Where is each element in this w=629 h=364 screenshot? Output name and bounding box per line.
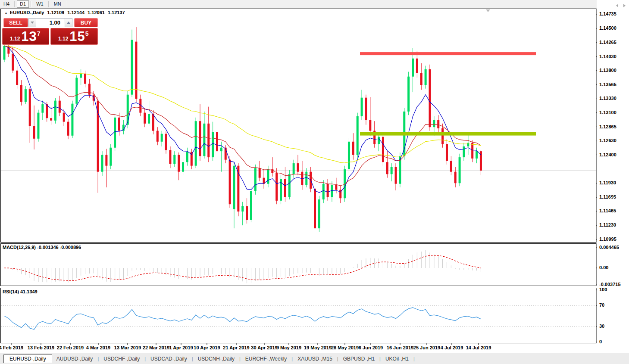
price-axis-label: 1.14735 xyxy=(599,11,616,16)
macd-axis-label: 0.00 xyxy=(599,265,608,270)
price-axis: 1.147351.145001.142651.140301.138001.135… xyxy=(597,0,629,352)
date-axis-label: 10 Apr 2019 xyxy=(194,345,220,350)
ohlc-open: 1.12109 xyxy=(47,10,64,15)
price-axis-label: 1.13100 xyxy=(599,110,616,115)
tab-separator: | xyxy=(337,356,338,361)
price-axis-label: 1.11930 xyxy=(599,180,616,185)
price-axis-label: 1.11695 xyxy=(599,194,616,199)
rsi-axis-label: 70 xyxy=(599,302,604,308)
buy-button[interactable]: BUY xyxy=(74,18,98,27)
date-axis-label: 4 Feb 2019 xyxy=(0,345,23,350)
rsi-indicator-label: RSI(14) 41.1349 xyxy=(3,289,38,294)
price-axis-label: 1.14265 xyxy=(599,40,616,45)
chart-canvas[interactable] xyxy=(0,0,629,364)
price-axis-label: 1.14500 xyxy=(599,25,616,31)
price-axis-label: 1.11230 xyxy=(599,222,616,227)
chart-tab-audusd[interactable]: AUDUSD-,Daily xyxy=(52,355,97,363)
price-axis-label: 1.11465 xyxy=(599,208,616,213)
collapse-triangle-icon[interactable]: ▲ xyxy=(4,11,8,15)
tab-separator: | xyxy=(144,356,146,361)
price-axis-label: 1.13565 xyxy=(599,82,616,87)
price-axis-label: 1.12400 xyxy=(599,152,616,157)
price-axis-label: 1.12630 xyxy=(599,138,616,143)
macd-axis-label: 0.004465 xyxy=(599,245,619,250)
sell-button[interactable]: SELL xyxy=(3,18,28,27)
date-axis-label: 28 May 2019 xyxy=(331,345,359,350)
date-axis-label: 22 Feb 2019 xyxy=(57,345,84,350)
chart-tab-usdcad[interactable]: USDCAD-,Daily xyxy=(146,355,191,363)
buy-price-panel[interactable]: 1.12 15 5 xyxy=(50,28,98,45)
macd-axis-label: -0.003715 xyxy=(599,282,621,287)
tab-scroll-right-icon[interactable] xyxy=(623,4,626,7)
arrow-down-icon xyxy=(31,22,34,24)
date-axis-label: 16 Jun 2019 xyxy=(387,345,413,350)
chart-tab-usdchf[interactable]: USDCHF-,Daily xyxy=(99,355,144,363)
date-axis-label: 13 Mar 2019 xyxy=(114,345,141,350)
buy-price-big: 15 xyxy=(69,29,85,44)
chart-tab-usdcnh[interactable]: USDCNH-,Daily xyxy=(194,355,239,363)
macd-indicator-label: MACD(12,26,9) -0.001346 -0.000896 xyxy=(3,245,81,250)
tab-separator: | xyxy=(97,356,99,361)
tab-separator: | xyxy=(291,356,293,361)
tab-scroll-left-icon[interactable] xyxy=(616,4,618,7)
date-axis-label: 13 Feb 2019 xyxy=(28,345,54,350)
chart-tab-ukoil[interactable]: UKOil-,H1 xyxy=(381,355,413,363)
date-axis-label: 4 Mar 2019 xyxy=(86,345,110,350)
volume-decrease-button[interactable] xyxy=(28,18,36,27)
date-axis-label: 25 Jun 2019 xyxy=(413,345,440,350)
sell-price-panel[interactable]: 1.12 13 7 xyxy=(2,28,49,45)
arrow-up-icon xyxy=(67,22,70,24)
tab-separator: | xyxy=(192,356,193,361)
price-axis-label: 1.13800 xyxy=(599,68,616,73)
tab-separator: | xyxy=(239,356,241,361)
rsi-value: 41.1349 xyxy=(20,289,38,294)
chart-title: EURUSD-,Daily xyxy=(10,10,44,15)
sell-price-big: 13 xyxy=(21,29,37,44)
chart-tab-xauusd[interactable]: XAUUSD-,M15 xyxy=(293,355,337,363)
buy-price-prefix: 1.12 xyxy=(58,36,68,42)
date-axis-label: 22 Mar 2019 xyxy=(143,345,169,350)
date-axis-label: 1 Apr 2019 xyxy=(169,345,193,350)
date-axis-label: 6 Jun 2019 xyxy=(359,345,383,350)
chart-tab-bar: EURUSD-,DailyAUDUSD-,Daily|USDCHF-,Daily… xyxy=(0,353,629,364)
ohlc-low: 1.12061 xyxy=(88,10,105,15)
chart-tab-eurchf[interactable]: EURCHF-,Weekly xyxy=(241,355,291,363)
tab-scroll-arrows xyxy=(616,4,626,7)
date-axis-label: 9 May 2019 xyxy=(276,345,301,350)
volume-increase-button[interactable] xyxy=(65,18,72,27)
sell-price-sup: 7 xyxy=(37,30,41,37)
date-axis-label: 19 May 2019 xyxy=(304,345,332,350)
trading-terminal-window: H4D1W1MN ▲EURUSD-,Daily 1.12109 1.12144 … xyxy=(0,0,629,364)
rsi-axis-label: 100 xyxy=(599,287,607,292)
macd-values: -0.001346 -0.000896 xyxy=(37,245,81,250)
chart-tab-gbpusd[interactable]: GBPUSD-,H1 xyxy=(339,355,379,363)
one-click-trading-panel: SELL BUY 1.12 13 7 1.12 15 5 xyxy=(2,18,98,45)
chart-shift-marker-icon[interactable] xyxy=(486,9,490,12)
date-axis-label: 21 Apr 2019 xyxy=(223,345,249,350)
ohlc-high: 1.12144 xyxy=(67,10,84,15)
date-axis-label: 14 Jul 2019 xyxy=(466,345,491,350)
ohlc-close: 1.12137 xyxy=(108,10,125,15)
chart-header: ▲EURUSD-,Daily 1.12109 1.12144 1.12061 1… xyxy=(4,10,127,15)
tab-separator: | xyxy=(379,356,381,361)
buy-price-sup: 5 xyxy=(85,30,89,37)
sell-price-prefix: 1.12 xyxy=(10,36,20,42)
price-axis-label: 1.10995 xyxy=(599,236,616,242)
price-axis-label: 1.12865 xyxy=(599,124,616,129)
chart-tab-eurusd[interactable]: EURUSD-,Daily xyxy=(3,355,52,363)
rsi-axis-label: 0 xyxy=(599,339,602,344)
date-axis-label: 4 Jul 2019 xyxy=(441,345,463,350)
price-axis-label: 1.14030 xyxy=(599,54,616,59)
tab-separator: | xyxy=(413,356,415,361)
date-axis-label: 30 Apr 2019 xyxy=(251,345,277,350)
rsi-axis-label: 30 xyxy=(599,324,604,329)
volume-input[interactable] xyxy=(36,18,65,27)
price-axis-label: 1.13330 xyxy=(599,96,616,101)
